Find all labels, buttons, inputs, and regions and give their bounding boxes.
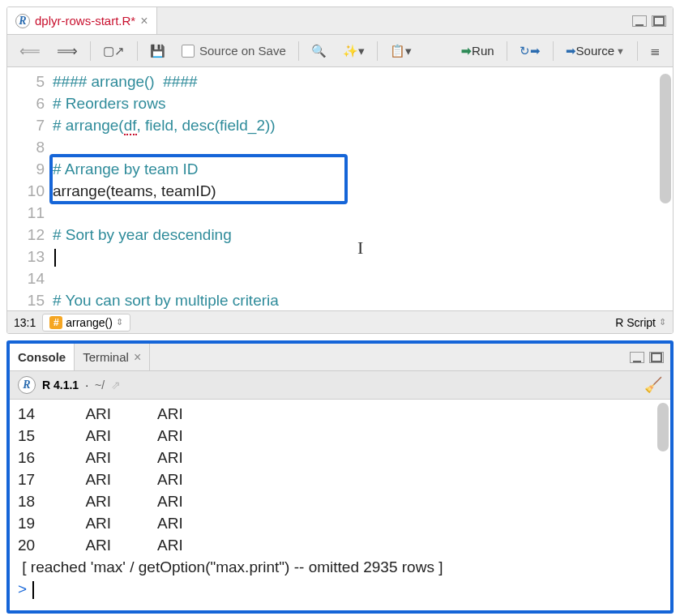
- console-row: 19 ARI ARI: [18, 512, 662, 534]
- file-tab[interactable]: R dplyr-rows-start.R* ×: [7, 7, 157, 34]
- console-row: 14 ARI ARI: [18, 403, 662, 425]
- console-row: 16 ARI ARI: [18, 447, 662, 468]
- maximize-pane-icon[interactable]: [652, 15, 666, 27]
- clear-console-icon[interactable]: 🧹: [644, 376, 662, 394]
- console-row: 20 ARI ARI: [18, 534, 662, 556]
- close-tab-icon[interactable]: ×: [140, 14, 148, 28]
- console-tab-label: Console: [18, 350, 66, 364]
- line-number: 11: [11, 202, 45, 224]
- line-number: 13: [11, 246, 45, 267]
- code-line[interactable]: [53, 136, 673, 158]
- nav-forward-button[interactable]: ⟹: [51, 40, 83, 62]
- console-row: 18 ARI ARI: [18, 490, 662, 512]
- console-row: 17 ARI ARI: [18, 468, 662, 490]
- editor-scrollbar[interactable]: [660, 74, 671, 203]
- line-number: 6: [11, 92, 45, 114]
- notebook-icon: 📋▾: [390, 44, 412, 58]
- terminal-tab[interactable]: Terminal ×: [75, 344, 150, 370]
- code-line[interactable]: # You can sort by multiple criteria: [53, 289, 673, 311]
- updown-icon[interactable]: ⇕: [659, 317, 666, 327]
- r-logo-icon: R: [18, 376, 36, 394]
- line-number: 14: [11, 267, 45, 289]
- source-on-save-label: Source on Save: [199, 44, 286, 58]
- console-tab[interactable]: Console: [10, 344, 75, 370]
- wand-icon: ✨▾: [343, 44, 365, 58]
- find-button[interactable]: 🔍: [306, 40, 332, 62]
- run-label: Run: [472, 44, 494, 58]
- terminal-tab-label: Terminal: [83, 350, 129, 364]
- code-line[interactable]: # Reorders rows: [53, 92, 673, 114]
- working-dir[interactable]: ~/: [95, 379, 105, 391]
- popout-icon: ▢↗: [103, 44, 125, 58]
- code-line[interactable]: # Arrange by team ID: [53, 158, 673, 180]
- console-prompt: >: [18, 580, 31, 597]
- line-number-gutter: 56789101112131415: [7, 67, 53, 310]
- truncation-message: [ reached 'max' / getOption("max.print")…: [18, 556, 662, 578]
- line-number: 12: [11, 224, 45, 246]
- text-cursor-ibeam: I: [357, 237, 363, 259]
- share-icon[interactable]: ⇗: [111, 379, 121, 391]
- console-tabbar: Console Terminal ×: [10, 344, 670, 371]
- code-line[interactable]: [53, 202, 673, 224]
- minimize-pane-icon[interactable]: [632, 15, 647, 27]
- magnifier-icon: 🔍: [311, 44, 327, 58]
- line-number: 5: [11, 71, 45, 92]
- dot-separator: ·: [85, 379, 88, 391]
- pane-window-controls: [630, 352, 664, 363]
- line-number: 9: [11, 158, 45, 180]
- checkbox-icon[interactable]: [182, 45, 195, 58]
- console-header: R R 4.1.1 · ~/ ⇗ 🧹: [10, 371, 670, 400]
- console-cursor: [32, 581, 34, 599]
- arrow-right-icon: ⟹: [57, 42, 78, 60]
- file-tab-label: dplyr-rows-start.R*: [35, 14, 135, 28]
- section-name: arrange(): [66, 316, 113, 329]
- r-version: R 4.1.1: [42, 379, 79, 391]
- line-number: 15: [11, 289, 45, 311]
- line-number: 7: [11, 114, 45, 136]
- code-line[interactable]: # arrange(df, field, desc(field_2)): [53, 114, 673, 136]
- console-pane: Console Terminal × R R 4.1.1 · ~/ ⇗ 🧹 14…: [6, 340, 674, 614]
- script-type: R Script: [615, 316, 656, 329]
- line-number: 8: [11, 136, 45, 158]
- code-line[interactable]: [53, 267, 673, 289]
- console-scrollbar[interactable]: [657, 403, 669, 451]
- play-icon: ➡: [461, 44, 472, 58]
- code-area[interactable]: I #### arrange() ##### Reorders rows# ar…: [53, 67, 673, 310]
- source-label: Source: [576, 44, 615, 58]
- show-in-new-window-button[interactable]: ▢↗: [97, 40, 130, 62]
- source-arrow-icon: ➡: [566, 44, 576, 58]
- maximize-pane-icon[interactable]: [649, 352, 664, 363]
- arrow-left-icon: ⟸: [19, 42, 41, 60]
- console-output[interactable]: 14 ARI ARI15 ARI ARI16 ARI ARI17 ARI ARI…: [10, 400, 670, 610]
- compile-report-button[interactable]: 📋▾: [384, 40, 417, 62]
- code-line[interactable]: #### arrange() ####: [53, 71, 673, 92]
- editor-pane: R dplyr-rows-start.R* × ⟸ ⟹ ▢↗ 💾 Source …: [6, 6, 674, 334]
- source-on-save-toggle[interactable]: Source on Save: [176, 40, 292, 62]
- section-hash-icon: #: [49, 316, 62, 329]
- pane-window-controls: [632, 15, 666, 27]
- editor-statusbar: 13:1 # arrange() ⇕ R Script ⇕: [7, 310, 673, 333]
- nav-back-button[interactable]: ⟸: [14, 40, 46, 62]
- cursor-position: 13:1: [14, 316, 36, 329]
- rerun-icon: ↻➡: [520, 44, 541, 58]
- chevron-down-icon: ▼: [616, 46, 625, 56]
- code-line[interactable]: arrange(teams, teamID): [53, 180, 673, 202]
- line-number: 10: [11, 180, 45, 202]
- close-tab-icon[interactable]: ×: [134, 350, 141, 365]
- editor-tabbar: R dplyr-rows-start.R* ×: [7, 7, 673, 35]
- editor-toolbar: ⟸ ⟹ ▢↗ 💾 Source on Save 🔍 ✨▾ 📋▾ ➡Run ↻➡ …: [7, 35, 673, 67]
- save-icon: 💾: [150, 44, 165, 58]
- run-button[interactable]: ➡Run: [455, 40, 500, 62]
- updown-icon: ⇕: [116, 317, 123, 327]
- save-button[interactable]: 💾: [144, 40, 171, 62]
- code-section-crumb[interactable]: # arrange() ⇕: [42, 314, 130, 332]
- console-row: 15 ARI ARI: [18, 425, 662, 447]
- outline-button[interactable]: ≣: [644, 40, 666, 62]
- outline-icon: ≣: [650, 44, 661, 58]
- minimize-pane-icon[interactable]: [630, 352, 644, 363]
- code-editor[interactable]: 56789101112131415 I #### arrange() #####…: [7, 67, 673, 310]
- code-tools-button[interactable]: ✨▾: [337, 40, 370, 62]
- r-file-icon: R: [15, 14, 30, 28]
- rerun-button[interactable]: ↻➡: [514, 40, 546, 62]
- source-button[interactable]: ➡Source▼: [560, 40, 631, 62]
